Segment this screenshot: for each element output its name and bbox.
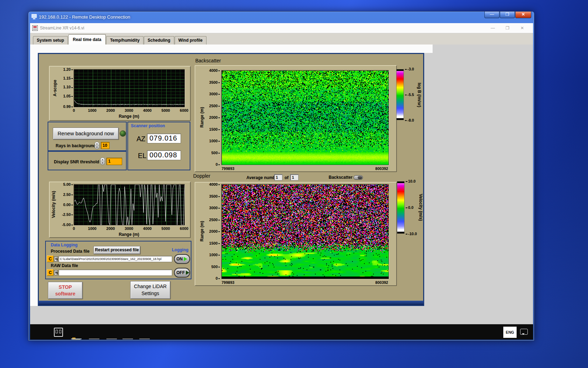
raw-data-file-label: RAW Data file bbox=[51, 263, 78, 268]
maximize-button[interactable]: ❐ bbox=[500, 12, 515, 18]
tick-label: 0 bbox=[73, 226, 75, 231]
raw-logging-toggle[interactable]: OFF bbox=[174, 268, 190, 278]
app-titlebar[interactable]: StreamLine XR v14-6.vi — ❐ ✕ bbox=[30, 23, 533, 33]
backscatter-x-start: 799893 bbox=[222, 166, 234, 171]
tick-label: 1000 bbox=[88, 108, 96, 113]
tab-scheduling[interactable]: Scheduling bbox=[144, 36, 174, 45]
azimuth-value: 079.016 bbox=[147, 134, 181, 143]
rays-in-background-label: Rays in background bbox=[56, 143, 96, 148]
renew-background-button[interactable]: Renew background now bbox=[53, 128, 119, 139]
on-label: ON bbox=[176, 257, 183, 261]
tick-label: 4000 bbox=[143, 108, 152, 113]
processed-path-field[interactable]: C:\Lidar\Data\Proc\2023\202309\20230908\… bbox=[58, 256, 172, 262]
tick-label: 1500 bbox=[209, 241, 220, 245]
tick-label: 1.15 bbox=[63, 76, 73, 80]
elevation-label: EL bbox=[138, 152, 146, 160]
doppler-y-ticks: 40003500300025002000150010005000 bbox=[205, 184, 220, 278]
backscatter-x-labels: 799893 800392 bbox=[222, 166, 388, 171]
backscatter-display-toggle[interactable] bbox=[354, 175, 363, 180]
processed-logging-toggle[interactable]: ON bbox=[174, 254, 190, 264]
content-area: A-scope 1.201.151.101.050.99 01000200030… bbox=[30, 45, 533, 324]
app-close-button[interactable]: ✕ bbox=[515, 23, 530, 33]
tick-label: 5000 bbox=[161, 108, 170, 113]
velocity-x-ticks: 0100020003000400050006000 bbox=[74, 226, 184, 231]
close-button[interactable]: ✕ bbox=[515, 12, 531, 18]
processed-data-file-label: Processed Data file bbox=[51, 249, 90, 254]
raw-drive-box[interactable]: C bbox=[47, 269, 54, 276]
raw-path-icon[interactable] bbox=[54, 270, 58, 275]
stop-software-button[interactable]: STOP software bbox=[48, 282, 83, 299]
backscatter-y-ticks: 40003500300025002000150010005000 bbox=[205, 70, 220, 164]
backscatter-x-end: 800392 bbox=[375, 166, 388, 171]
tick-label: 0 bbox=[73, 108, 75, 113]
tick-label: 6000 bbox=[180, 226, 188, 231]
raw-path-field[interactable] bbox=[58, 270, 172, 276]
minimize-button[interactable]: — bbox=[484, 12, 499, 18]
tick-label: -5.00 bbox=[62, 223, 73, 227]
scanner-position-title: Scanner position bbox=[131, 123, 165, 128]
blue-list-app-active-underline bbox=[139, 339, 150, 339]
tick-label: 2000 bbox=[106, 108, 115, 113]
rdp-window-title: 192.168.0.122 - Remote Desktop Connectio… bbox=[39, 14, 130, 20]
rays-spinner[interactable]: ▲▼ bbox=[94, 142, 99, 149]
tick-label: 2500 bbox=[209, 218, 220, 222]
tick-label: 1000 bbox=[88, 226, 96, 231]
off-label: OFF bbox=[176, 270, 185, 275]
velocity-graph-frame: Velocity (m/s) 5.002.500.00-2.50-5.00 01… bbox=[49, 182, 191, 238]
average-number-field[interactable]: 1 bbox=[274, 174, 282, 180]
processed-path-icon[interactable] bbox=[54, 257, 58, 261]
restart-processed-file-button[interactable]: Restart processed file bbox=[93, 246, 140, 254]
rays-value-field[interactable]: 10 bbox=[101, 142, 110, 149]
backscatter-heatmap bbox=[222, 70, 389, 165]
processed-drive-box[interactable]: C bbox=[47, 255, 54, 262]
doppler-graph-frame: Range (m) 400035003000250020001500100050… bbox=[195, 182, 397, 286]
task-view-icon[interactable] bbox=[54, 328, 63, 337]
tab-wind-profile[interactable]: Wind profile bbox=[175, 36, 206, 45]
tick-label: 2.50 bbox=[63, 192, 73, 197]
tick-label: -3.0 bbox=[405, 67, 414, 71]
tick-label: 3500 bbox=[209, 194, 220, 198]
backscatter-title: Backscatter bbox=[195, 58, 221, 63]
change-lidar-settings-button[interactable]: Change LiDAR Settings bbox=[130, 281, 170, 299]
doppler-heatmap bbox=[222, 184, 389, 279]
explorer-active-underline bbox=[71, 339, 82, 339]
tick-label: 4000 bbox=[209, 182, 220, 186]
tick-label: 1500 bbox=[209, 127, 220, 131]
rdp-titlebar[interactable]: 192.168.0.122 - Remote Desktop Connectio… bbox=[28, 12, 534, 23]
tick-label: 2000 bbox=[106, 226, 115, 231]
elevation-value: 000.098 bbox=[147, 150, 181, 160]
notification-bubble-icon[interactable] bbox=[520, 329, 528, 335]
tick-label: 1.05 bbox=[63, 94, 73, 98]
labview-front-panel: A-scope 1.201.151.101.050.99 01000200030… bbox=[38, 53, 424, 306]
tick-label: 1.20 bbox=[63, 67, 73, 71]
doppler-x-end: 800392 bbox=[375, 280, 388, 285]
velocity-plot bbox=[74, 184, 185, 225]
snr-spinner[interactable]: ▲▼ bbox=[100, 157, 105, 165]
remote-session: StreamLine XR v14-6.vi — ❐ ✕ System setu… bbox=[30, 23, 533, 340]
doppler-colorbar bbox=[397, 181, 405, 234]
tick-label: 0 bbox=[216, 162, 220, 166]
tick-label: 2000 bbox=[209, 229, 220, 233]
tab-temp-humidity[interactable]: Temp/humidity bbox=[106, 36, 143, 45]
tick-label: 0.99 bbox=[63, 104, 73, 109]
language-indicator[interactable]: ENG bbox=[503, 327, 517, 338]
tick-label: -5.5 bbox=[405, 93, 414, 97]
tick-label: 4000 bbox=[143, 226, 152, 231]
backscatter-colorbar bbox=[396, 69, 404, 120]
stop-line2: software bbox=[55, 291, 76, 297]
tab-system-setup[interactable]: System setup bbox=[33, 36, 68, 45]
backscatter-colorbar-label: log B (/m/sr) bbox=[417, 72, 422, 118]
app-restore-button[interactable]: ❐ bbox=[500, 23, 515, 33]
backscatter-colorbar-ticks: -3.0-5.5-8.0 bbox=[405, 69, 418, 120]
firefox-active-underline bbox=[89, 339, 99, 339]
doppler-colorbar-ticks: 10.00.0-10.0 bbox=[406, 181, 420, 234]
backscatter-toggle-label: Backscatter bbox=[329, 175, 352, 180]
app-minimize-button[interactable]: — bbox=[485, 23, 500, 33]
renew-background-led bbox=[120, 130, 126, 137]
tab-real-time-data[interactable]: Real time data bbox=[68, 34, 106, 45]
average-total-field[interactable]: 1 bbox=[290, 174, 299, 180]
logging-label: Logging bbox=[172, 247, 188, 252]
ascope-y-ticks: 1.201.151.101.050.99 bbox=[59, 69, 73, 107]
teal-app-active-underline bbox=[106, 339, 117, 339]
snr-value-field[interactable]: 1 bbox=[106, 158, 122, 165]
